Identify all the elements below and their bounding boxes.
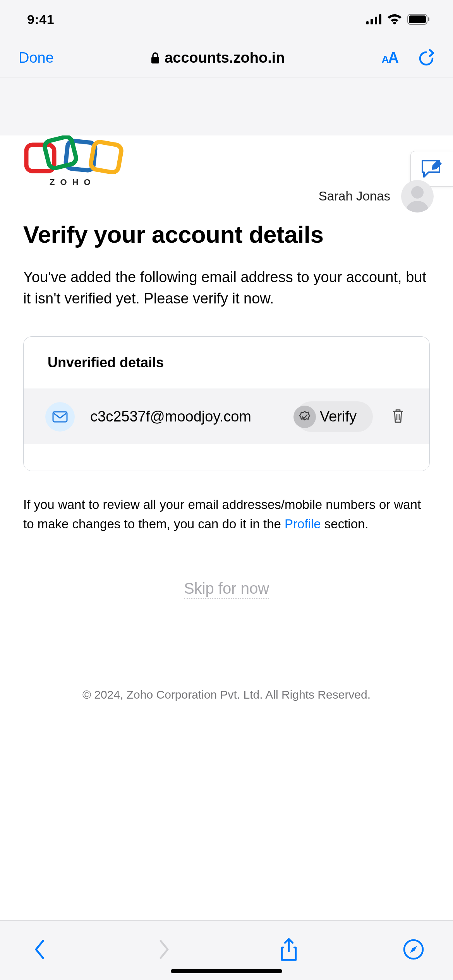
wifi-icon: [387, 14, 402, 25]
verify-badge-icon: [293, 406, 316, 428]
review-text-post: section.: [321, 517, 369, 531]
user-name: Sarah Jonas: [319, 189, 390, 204]
page-title: Verify your account details: [23, 221, 430, 248]
svg-rect-7: [151, 57, 159, 63]
status-time: 9:41: [27, 12, 54, 27]
share-button[interactable]: [273, 934, 304, 965]
done-button[interactable]: Done: [19, 50, 54, 66]
home-indicator: [171, 969, 282, 973]
card-footer: [24, 444, 429, 471]
page-subtitle: You've added the following email address…: [23, 267, 430, 309]
mail-badge: [45, 402, 75, 432]
svg-rect-5: [409, 15, 426, 23]
svg-rect-2: [375, 17, 377, 24]
avatar: [401, 180, 434, 212]
delete-button[interactable]: [388, 405, 408, 428]
skip-for-now-link[interactable]: Skip for now: [184, 580, 269, 599]
card-title: Unverified details: [48, 355, 164, 370]
svg-rect-1: [371, 19, 373, 24]
zoho-logo: ZOHO: [23, 135, 132, 187]
svg-point-8: [411, 186, 424, 199]
trash-icon: [391, 408, 405, 424]
open-in-safari-button[interactable]: [398, 934, 429, 965]
reload-button[interactable]: [418, 49, 434, 67]
feedback-icon: [420, 158, 444, 179]
chevron-left-icon: [33, 939, 46, 960]
unverified-details-card: Unverified details c3c2537f@moodjoy.com …: [23, 336, 430, 471]
cellular-icon: [366, 14, 382, 24]
user-account[interactable]: Sarah Jonas: [319, 180, 434, 212]
mail-icon: [52, 411, 68, 423]
unverified-email-row: c3c2537f@moodjoy.com Verify: [24, 389, 429, 444]
ios-status-bar: 9:41: [0, 0, 453, 39]
compass-icon: [403, 939, 424, 960]
battery-icon: [407, 14, 430, 25]
verify-label: Verify: [320, 408, 357, 425]
zoho-logo-text: ZOHO: [50, 177, 132, 187]
url-text: accounts.zoho.in: [165, 50, 285, 66]
svg-rect-12: [43, 135, 77, 169]
copyright: © 2024, Zoho Corporation Pvt. Ltd. All R…: [23, 688, 430, 701]
profile-link[interactable]: Profile: [285, 517, 321, 531]
text-size-button[interactable]: AA: [382, 50, 399, 66]
email-address: c3c2537f@moodjoy.com: [90, 407, 280, 426]
svg-rect-13: [53, 412, 67, 422]
reload-icon: [418, 49, 434, 67]
verify-button[interactable]: Verify: [296, 401, 373, 432]
card-header: Unverified details: [24, 337, 429, 389]
forward-button: [149, 934, 180, 965]
address-bar[interactable]: accounts.zoho.in: [151, 50, 285, 66]
svg-rect-3: [379, 14, 381, 24]
chevron-right-icon: [158, 939, 171, 960]
review-text: If you want to review all your email add…: [23, 495, 430, 533]
svg-rect-6: [428, 17, 429, 21]
safari-top-bar: Done accounts.zoho.in AA: [0, 39, 453, 77]
back-button[interactable]: [24, 934, 55, 965]
aa-large: A: [388, 50, 399, 66]
web-content: Sarah Jonas ZOHO Verify your account det…: [0, 135, 453, 920]
lock-icon: [151, 52, 160, 64]
svg-rect-0: [366, 21, 369, 24]
share-icon: [280, 937, 298, 961]
avatar-placeholder-icon: [401, 180, 434, 212]
status-indicators: [366, 14, 430, 25]
zoho-logo-squares-icon: [23, 135, 132, 174]
